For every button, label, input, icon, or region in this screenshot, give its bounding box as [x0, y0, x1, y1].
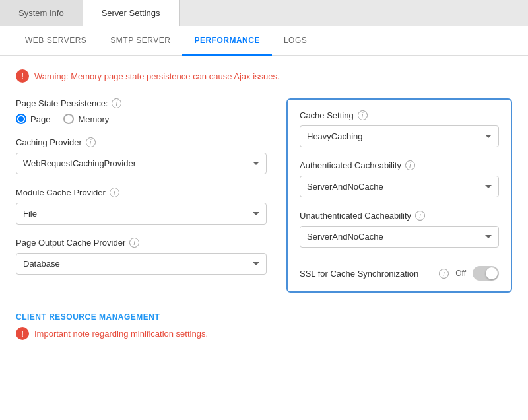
- module-cache-label: Module Cache Provider i: [16, 188, 267, 197]
- ssl-sync-label: SSL for Cache Synchronization: [300, 269, 432, 279]
- sub-tab-logs[interactable]: LOGS: [272, 26, 319, 56]
- caching-provider-chevron: [253, 162, 259, 165]
- sub-tab-smtp-server[interactable]: SMTP SERVER: [98, 26, 182, 56]
- left-column: Page State Persistence: i Page Memory: [16, 98, 267, 293]
- module-cache-select[interactable]: File: [16, 203, 267, 225]
- page-state-persistence-section: Page State Persistence: i Page Memory: [16, 98, 267, 124]
- unauth-cacheability-info-icon[interactable]: i: [415, 211, 425, 221]
- radio-memory-label: Memory: [78, 114, 109, 124]
- cache-setting-label: Cache Setting i: [300, 110, 499, 120]
- ssl-sync-toggle[interactable]: [473, 266, 499, 281]
- caching-provider-label: Caching Provider i: [16, 137, 267, 147]
- radio-page-label: Page: [30, 114, 50, 124]
- radio-memory[interactable]: Memory: [63, 114, 109, 124]
- auth-cacheability-section: Authenticated Cacheability i ServerAndNo…: [300, 160, 499, 197]
- radio-page-circle: [16, 114, 26, 124]
- right-column: Cache Setting i HeavyCaching Authenticat…: [286, 98, 512, 293]
- two-col-layout: Page State Persistence: i Page Memory: [16, 98, 512, 293]
- page-output-cache-info-icon[interactable]: i: [129, 238, 139, 248]
- warning-icon: !: [16, 69, 29, 83]
- radio-memory-circle: [63, 114, 74, 124]
- radio-page[interactable]: Page: [16, 114, 50, 124]
- module-cache-chevron: [253, 212, 259, 215]
- module-cache-info-icon[interactable]: i: [110, 188, 119, 197]
- cache-setting-select[interactable]: HeavyCaching: [300, 125, 499, 147]
- caching-provider-value: WebRequestCachingProvider: [23, 158, 136, 168]
- caching-provider-select[interactable]: WebRequestCachingProvider: [16, 153, 267, 174]
- page-output-cache-value: Database: [23, 259, 60, 269]
- client-resource-warning: ! Important note regarding minification …: [16, 327, 512, 340]
- unauth-cacheability-value: ServerAndNoCache: [307, 232, 383, 242]
- sub-tab-web-servers[interactable]: WEB SERVERS: [13, 26, 98, 56]
- caching-provider-info-icon[interactable]: i: [86, 137, 96, 147]
- tab-server-settings[interactable]: Server Settings: [83, 0, 180, 26]
- page-state-info-icon[interactable]: i: [112, 98, 121, 108]
- ssl-sync-off-label: Off: [455, 269, 466, 278]
- warning-banner: ! Warning: Memory page state persistence…: [16, 69, 512, 83]
- unauth-cacheability-select[interactable]: ServerAndNoCache: [300, 226, 499, 248]
- client-resource-note: Important note regarding minification se…: [34, 329, 208, 339]
- client-resource-header: CLIENT RESOURCE MANAGEMENT: [16, 312, 512, 322]
- auth-cacheability-value: ServerAndNoCache: [307, 182, 383, 192]
- top-tabs: System Info Server Settings: [0, 0, 528, 26]
- page-state-label: Page State Persistence: i: [16, 98, 267, 108]
- caching-provider-section: Caching Provider i WebRequestCachingProv…: [16, 137, 267, 174]
- module-cache-section: Module Cache Provider i File: [16, 188, 267, 225]
- main-content: ! Warning: Memory page state persistence…: [0, 56, 528, 353]
- page-output-cache-select[interactable]: Database: [16, 253, 267, 275]
- page-output-cache-label: Page Output Cache Provider i: [16, 238, 267, 248]
- module-cache-value: File: [23, 209, 37, 219]
- unauth-cacheability-label: Unauthenticated Cacheability i: [300, 211, 499, 221]
- client-resource-section: CLIENT RESOURCE MANAGEMENT ! Important n…: [16, 312, 512, 340]
- page-state-radio-group: Page Memory: [16, 114, 267, 124]
- sub-tab-performance[interactable]: PERFORMANCE: [182, 26, 272, 56]
- cache-setting-section: Cache Setting i HeavyCaching: [300, 110, 499, 147]
- tab-system-info[interactable]: System Info: [0, 0, 83, 26]
- auth-cacheability-info-icon[interactable]: i: [405, 160, 415, 170]
- sub-tabs: WEB SERVERS SMTP SERVER PERFORMANCE LOGS: [0, 26, 528, 56]
- ssl-sync-info-icon[interactable]: i: [439, 269, 449, 279]
- page-output-cache-section: Page Output Cache Provider i Database: [16, 238, 267, 275]
- client-resource-warning-icon: !: [16, 327, 29, 340]
- cache-setting-info-icon[interactable]: i: [358, 110, 368, 120]
- unauth-cacheability-chevron: [485, 235, 492, 238]
- auth-cacheability-label: Authenticated Cacheability i: [300, 160, 499, 170]
- cache-setting-value: HeavyCaching: [307, 131, 363, 141]
- warning-text: Warning: Memory page state persistence c…: [34, 71, 280, 81]
- auth-cacheability-chevron: [485, 185, 492, 188]
- cache-setting-chevron: [485, 135, 492, 138]
- page-output-cache-chevron: [253, 262, 259, 265]
- ssl-sync-row: SSL for Cache Synchronization i Off: [300, 261, 499, 281]
- unauth-cacheability-section: Unauthenticated Cacheability i ServerAnd…: [300, 211, 499, 248]
- auth-cacheability-select[interactable]: ServerAndNoCache: [300, 176, 499, 197]
